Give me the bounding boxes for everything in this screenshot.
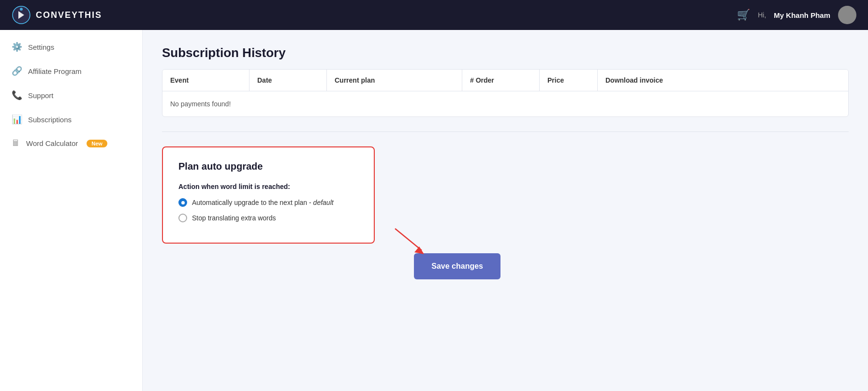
svg-line-2 (395, 229, 422, 250)
main-layout: ⚙️ Settings 🔗 Affiliate Program 📞 Suppor… (0, 30, 868, 391)
svg-point-1 (20, 8, 23, 11)
save-changes-button[interactable]: Save changes (414, 253, 500, 279)
col-order: # Order (462, 70, 540, 91)
sidebar-item-label: Subscriptions (28, 116, 72, 124)
hi-label: Hi, (758, 11, 766, 19)
logo-text: CONVEYTHIS (36, 10, 102, 20)
divider (162, 131, 849, 132)
subscription-history-title: Subscription History (162, 45, 849, 60)
col-invoice: Download invoice (598, 70, 848, 91)
plan-upgrade-title: Plan auto upgrade (178, 161, 358, 172)
save-button-container: Save changes (162, 253, 500, 279)
content-area: Subscription History Event Date Current … (143, 30, 868, 391)
col-date: Date (250, 70, 327, 91)
action-label: Action when word limit is reached: (178, 183, 358, 190)
cart-icon[interactable]: 🛒 (737, 9, 750, 21)
no-payments-message: No payments found! (162, 91, 848, 116)
sidebar-item-settings[interactable]: ⚙️ Settings (0, 35, 142, 59)
logo: CONVEYTHIS (12, 5, 102, 25)
word-calculator-icon: 🖩 (12, 138, 20, 148)
affiliate-icon: 🔗 (12, 66, 22, 76)
radio-auto-label: Automatically upgrade to the next plan -… (192, 199, 334, 206)
col-plan: Current plan (327, 70, 462, 91)
subscription-history-table: Event Date Current plan # Order Price Do… (162, 69, 849, 117)
save-section: Save changes (162, 253, 500, 279)
avatar[interactable] (838, 6, 856, 24)
sidebar-item-label: Settings (28, 43, 54, 51)
sidebar-item-label: Support (28, 91, 54, 100)
navbar-right: 🛒 Hi, My Khanh Pham (737, 6, 856, 24)
red-arrow (390, 226, 429, 255)
radio-option-stop[interactable]: Stop translating extra words (178, 214, 358, 222)
table-header: Event Date Current plan # Order Price Do… (162, 70, 848, 91)
sidebar-item-label: Word Calculator (26, 139, 78, 147)
navbar: CONVEYTHIS 🛒 Hi, My Khanh Pham (0, 0, 868, 30)
sidebar-item-support[interactable]: 📞 Support (0, 83, 142, 107)
user-name: My Khanh Pham (774, 11, 830, 19)
new-badge: New (87, 140, 107, 147)
radio-auto-circle[interactable] (178, 198, 187, 207)
sidebar-item-label: Affiliate Program (28, 67, 82, 75)
radio-stop-label: Stop translating extra words (192, 214, 276, 222)
sidebar-item-subscriptions[interactable]: 📊 Subscriptions (0, 107, 142, 131)
radio-stop-circle[interactable] (178, 214, 187, 222)
subscriptions-icon: 📊 (12, 114, 22, 125)
logo-icon (12, 5, 31, 25)
radio-option-auto[interactable]: Automatically upgrade to the next plan -… (178, 198, 358, 207)
sidebar: ⚙️ Settings 🔗 Affiliate Program 📞 Suppor… (0, 30, 143, 391)
support-icon: 📞 (12, 90, 22, 101)
sidebar-item-affiliate[interactable]: 🔗 Affiliate Program (0, 59, 142, 83)
settings-icon: ⚙️ (12, 42, 22, 52)
col-price: Price (540, 70, 598, 91)
plan-auto-upgrade-box: Plan auto upgrade Action when word limit… (162, 146, 375, 244)
col-event: Event (162, 70, 250, 91)
svg-marker-3 (414, 246, 424, 254)
sidebar-item-word-calculator[interactable]: 🖩 Word Calculator New (0, 131, 142, 155)
